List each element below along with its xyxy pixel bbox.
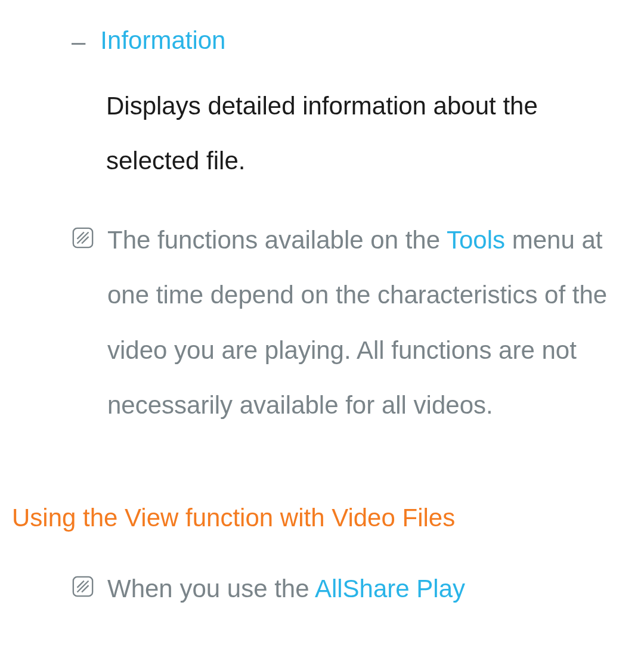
- allshare-highlight: AllShare Play: [315, 575, 465, 603]
- note-block-allshare: When you use the AllShare Play: [72, 561, 608, 616]
- item-description: Displays detailed information about the …: [106, 79, 608, 189]
- note-icon: [72, 221, 94, 260]
- note1-pre: The functions available on the: [107, 226, 447, 254]
- note1-post: menu at one time depend on the character…: [107, 226, 607, 419]
- note-block-tools: The functions available on the Tools men…: [72, 213, 608, 433]
- section-heading-view-function: Using the View function with Video Files: [12, 498, 632, 537]
- note-text-tools: The functions available on the Tools men…: [107, 213, 608, 433]
- item-title-information: Information: [100, 21, 225, 60]
- tools-highlight: Tools: [447, 226, 505, 254]
- note2-pre: When you use the: [107, 575, 315, 603]
- note-text-allshare: When you use the AllShare Play: [107, 561, 465, 616]
- note-icon: [72, 570, 94, 609]
- list-item-information: – Information: [72, 21, 632, 61]
- list-dash: –: [72, 22, 85, 61]
